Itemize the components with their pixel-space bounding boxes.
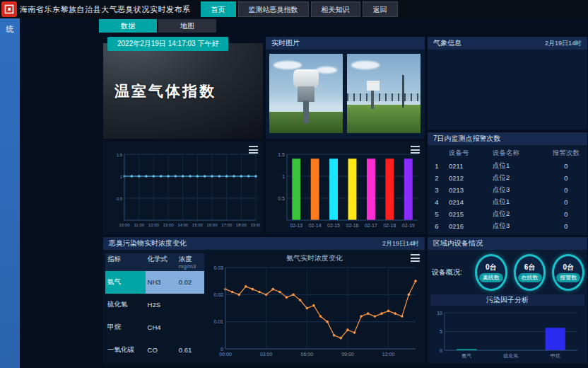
devices-panel: 区域内设备情况 设备概况: 0台 离线数 6台 在线数 0台 报警数 污染因子分…	[428, 237, 587, 364]
svg-text:0.02: 0.02	[213, 292, 223, 297]
svg-text:12:00: 12:00	[382, 352, 395, 357]
nav-item-knowledge[interactable]: 相关知识	[311, 1, 360, 17]
mast-pole	[402, 75, 404, 108]
nh3-chart-title: 氨气实时浓度变化	[204, 250, 425, 263]
svg-text:氨气: 氨气	[461, 353, 471, 358]
svg-text:0.03: 0.03	[213, 265, 223, 270]
nav-item-back[interactable]: 返回	[363, 1, 398, 17]
alarm-table: 设备号 设备名称 报警次数 10211点位1020212点位2030213点位3…	[428, 146, 587, 232]
svg-text:硫化氢: 硫化氢	[503, 353, 519, 359]
col-index	[428, 146, 446, 160]
col-alarm-count: 报警次数	[545, 146, 587, 160]
nh3-trend-chart: 00.010.020.0300:0003:0006:0009:0012:00	[204, 263, 420, 358]
sidebar-label: 统	[0, 24, 20, 35]
gauge-online-label: 在线数	[518, 273, 542, 282]
svg-text:02-17: 02-17	[365, 223, 377, 228]
alarm-table-body: 10211点位1020212点位2030213点位3040214点位105021…	[428, 160, 587, 232]
photos-header: 实时图片	[266, 37, 425, 50]
greeting-panel: 2022年2月19日 14:17:03 下午好 温室气体指数	[103, 37, 263, 139]
site-photo-2	[347, 54, 421, 133]
sidebar: 统	[0, 18, 20, 368]
svg-text:5: 5	[440, 329, 442, 334]
sensor-cylinder	[293, 69, 319, 88]
topbar: 海南省乐东黎族自治县大气恶臭状况实时发布系 首页 监测站恶臭指数 相关知识 返回	[0, 0, 588, 18]
alarm-row: 40214点位10	[428, 196, 587, 208]
gas-index-chart-panel: 0.511.510:0011:0012:0013:0014:0015:0016:…	[103, 142, 263, 234]
pollutant-row[interactable]: 硫化氢H2S	[105, 294, 204, 316]
concentration-unit: mg/m3	[179, 264, 202, 270]
alarm-row: 20212点位20	[428, 172, 587, 184]
tab-map[interactable]: 地图	[158, 19, 216, 33]
view-tabs: 数据 地图	[99, 19, 216, 33]
gauge-offline-value: 0台	[486, 263, 497, 272]
col-formula: 化学式	[146, 253, 177, 271]
svg-text:00:00: 00:00	[219, 352, 232, 357]
svg-text:16:00: 16:00	[206, 223, 218, 227]
gauge-alarm-label: 报警数	[556, 273, 580, 282]
svg-text:02-13: 02-13	[290, 223, 302, 228]
svg-text:14:00: 14:00	[177, 223, 189, 227]
pollutant-row[interactable]: 甲烷CH4	[105, 316, 204, 339]
svg-text:1: 1	[120, 175, 123, 179]
svg-text:19:00: 19:00	[250, 223, 260, 227]
weather-header: 气象信息 2月19日14时	[428, 37, 587, 50]
pollutant-table: 指标 化学式 浓度 mg/m3 氨气NH30.02硫化氢H2S甲烷CH4一氧化碳…	[105, 253, 204, 361]
svg-text:13:00: 13:00	[163, 223, 174, 227]
col-device-name: 设备名称	[490, 146, 545, 160]
weather-time: 2月19日14时	[545, 37, 582, 50]
svg-text:02-18: 02-18	[383, 223, 396, 228]
fence-shape	[347, 93, 421, 101]
gauge-alarm: 0台 报警数	[552, 254, 584, 291]
svg-text:0.5: 0.5	[278, 196, 285, 201]
col-concentration: 浓度 mg/m3	[177, 253, 204, 271]
alarm-row: 50215点位20	[428, 208, 587, 220]
weather-title: 气象信息	[433, 37, 461, 50]
nav-item-home[interactable]: 首页	[201, 1, 236, 17]
svg-text:06:00: 06:00	[301, 352, 314, 357]
chart-menu-icon[interactable]	[411, 254, 420, 262]
svg-text:18:00: 18:00	[236, 223, 247, 227]
alarms-header: 7日内监测点报警次数	[428, 132, 587, 145]
svg-text:12:00: 12:00	[148, 223, 160, 227]
gauge-online: 6台 在线数	[514, 254, 546, 291]
gauge-alarm-value: 0台	[563, 263, 574, 272]
devices-header: 区域内设备情况	[428, 237, 587, 250]
weather-panel: 气象信息 2月19日14时	[428, 37, 587, 130]
pollutants-time: 2月19日14时	[382, 237, 419, 250]
nav-item-odor-index[interactable]: 监测站恶臭指数	[238, 1, 309, 17]
chart-menu-icon[interactable]	[249, 146, 258, 154]
svg-text:15:00: 15:00	[192, 223, 204, 227]
pollut-table-body: 氨气NH30.02硫化氢H2S甲烷CH4一氧化碳CO0.61	[105, 271, 204, 361]
svg-text:1.5: 1.5	[117, 153, 123, 157]
alarms-title: 7日内监测点报警次数	[433, 132, 501, 145]
alarm-table-header-row: 设备号 设备名称 报警次数	[428, 146, 587, 160]
svg-text:10:00: 10:00	[119, 223, 130, 227]
sensor-pole	[371, 91, 374, 109]
svg-text:1: 1	[282, 174, 285, 179]
concentration-label: 浓度	[179, 255, 192, 263]
svg-text:02-15: 02-15	[327, 223, 340, 228]
alarms-panel: 7日内监测点报警次数 设备号 设备名称 报警次数 10211点位1020212点…	[428, 132, 587, 235]
alarm-row: 30213点位30	[428, 184, 587, 196]
factor-chart: 0510氨气硫化氢甲烷	[430, 309, 582, 360]
pollutants-title: 恶臭污染物实时浓度变化	[109, 237, 187, 250]
gauge-offline-label: 离线数	[479, 273, 503, 282]
odor-bars-chart-panel: 0.511.502-1302-1402-1502-1602-1702-1802-…	[266, 142, 425, 234]
nh3-chart-area: 氨气实时浓度变化 00.010.020.0300:0003:0006:0009:…	[204, 250, 425, 361]
svg-text:10: 10	[437, 311, 442, 316]
sensor-box	[367, 81, 380, 91]
svg-text:02-16: 02-16	[346, 223, 359, 228]
app-title: 海南省乐东黎族自治县大气恶臭状况实时发布系	[20, 4, 191, 15]
chart-menu-icon[interactable]	[411, 146, 420, 154]
svg-text:03:00: 03:00	[260, 352, 273, 357]
pollutant-row[interactable]: 氨气NH30.02	[105, 271, 204, 294]
sensor-pole	[303, 100, 309, 123]
svg-text:09:00: 09:00	[341, 352, 354, 357]
pollutant-row[interactable]: 一氧化碳CO0.61	[105, 338, 204, 361]
tab-data[interactable]: 数据	[99, 19, 157, 33]
datetime-button[interactable]: 2022年2月19日 14:17:03 下午好	[107, 37, 228, 51]
col-indicator: 指标	[105, 253, 146, 271]
sensor-box	[298, 86, 314, 102]
svg-text:0: 0	[440, 348, 442, 353]
svg-text:11:00: 11:00	[134, 223, 144, 227]
